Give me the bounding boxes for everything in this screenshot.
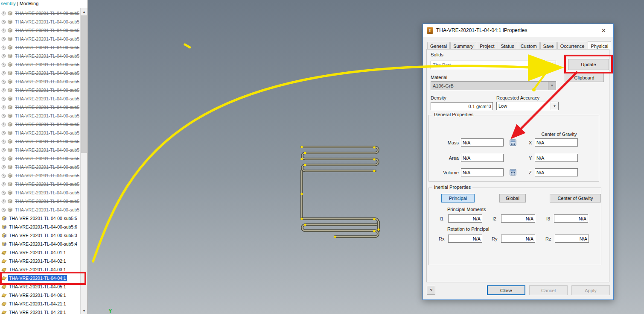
center-of-gravity-button[interactable]: Center of Gravity xyxy=(550,194,601,202)
cancel-button[interactable]: Cancel xyxy=(529,285,568,295)
assembly-box-icon xyxy=(7,156,13,161)
tree-row[interactable]: THA-VRE-20201-TL-04-00-sub5:3 xyxy=(0,231,80,240)
tree-row[interactable]: THA-VRE-20201-TL-04-00-sub5 xyxy=(0,26,80,35)
dialog-tab[interactable]: Summary xyxy=(450,42,476,50)
tree-row[interactable]: THA-VRE-20201-TL-04-00-sub5 xyxy=(0,18,80,26)
chevron-down-icon[interactable]: ▼ xyxy=(548,61,556,69)
tree-item-label: THA-VRE-20201-TL-04-00-sub5 xyxy=(14,190,80,196)
global-button[interactable]: Global xyxy=(499,194,526,202)
area-label: Area xyxy=(437,156,459,161)
area-input[interactable] xyxy=(461,154,504,162)
tree-row[interactable]: THA-VRE-20201-TL-04-00-sub5 xyxy=(0,180,80,188)
scroll-down-icon[interactable]: ▼ xyxy=(81,307,87,314)
tree-row[interactable]: THA-VRE-20201-TL-04-00-sub5 xyxy=(0,129,80,137)
tree-row[interactable]: THA-VRE-20201-TL-04-04:1 xyxy=(0,274,80,282)
i1-input[interactable] xyxy=(448,214,482,223)
tree-row[interactable]: THA-VRE-20201-TL-04-00-sub5 xyxy=(0,35,80,43)
tree-row[interactable]: THA-VRE-20201-TL-04-20:1 xyxy=(0,308,80,314)
rx-input[interactable] xyxy=(448,235,482,243)
close-button[interactable]: Close xyxy=(487,285,525,295)
i2-input[interactable] xyxy=(501,214,535,223)
suppressed-clock-icon xyxy=(1,79,6,84)
material-combo[interactable]: A106-GrB ▼ xyxy=(431,81,556,90)
tree-row[interactable]: THA-VRE-20201-TL-04-05:1 xyxy=(0,282,80,291)
dialog-tab[interactable]: Custom xyxy=(518,42,540,50)
apply-button[interactable]: Apply xyxy=(571,285,610,295)
tree-row[interactable]: THA-VRE-20201-TL-04-00-sub5 xyxy=(0,205,80,214)
update-button[interactable]: Update xyxy=(568,59,609,70)
cog-x-input[interactable] xyxy=(535,138,578,147)
model-tree: THA-VRE-20201-TL-04-00-sub5 THA-VRE-2020… xyxy=(0,9,80,314)
tree-item-label: THA-VRE-20201-TL-04-00-sub5 xyxy=(14,130,80,136)
dialog-titlebar[interactable]: I THA-VRE-20201-TL-04-04:1 iProperties ✕ xyxy=(423,24,613,37)
calculator-icon[interactable] xyxy=(509,139,517,147)
tree-row[interactable]: THA-VRE-20201-TL-04-00-sub5:6 xyxy=(0,223,80,231)
dialog-tab[interactable]: Physical xyxy=(588,41,611,50)
tree-row[interactable]: THA-VRE-20201-TL-04-03:1 xyxy=(0,265,80,274)
general-properties-title: General Properties xyxy=(432,112,475,117)
clipboard-button[interactable]: Clipboard xyxy=(565,73,604,82)
suppressed-clock-icon xyxy=(1,45,6,50)
dialog-tab[interactable]: Project xyxy=(477,42,497,50)
tree-row[interactable]: THA-VRE-20201-TL-04-00-sub5 xyxy=(0,43,80,52)
assembly-box-icon xyxy=(7,164,13,170)
tree-row[interactable]: THA-VRE-20201-TL-04-00-sub5 xyxy=(0,94,80,103)
suppressed-clock-icon xyxy=(1,62,6,67)
volume-input[interactable] xyxy=(461,168,504,176)
scroll-up-icon[interactable]: ▲ xyxy=(81,8,87,15)
tree-row[interactable]: THA-VRE-20201-TL-04-00-sub5 xyxy=(0,146,80,154)
suppressed-clock-icon xyxy=(1,122,6,127)
ry-input[interactable] xyxy=(501,235,535,243)
assembly-box-icon xyxy=(7,207,13,212)
cog-y-input[interactable] xyxy=(535,154,578,162)
accuracy-combo[interactable]: Low ▼ xyxy=(496,102,559,110)
suppressed-clock-icon xyxy=(1,54,6,59)
tree-row[interactable]: THA-VRE-20201-TL-04-01:1 xyxy=(0,248,80,257)
mass-input[interactable] xyxy=(461,138,504,147)
ry-label: Ry xyxy=(492,236,497,241)
tab-assembly[interactable]: sembly xyxy=(1,1,16,6)
model-3d-tube-coil[interactable] xyxy=(294,143,389,256)
dialog-tab[interactable]: General xyxy=(427,42,450,50)
tree-part-group: THA-VRE-20201-TL-04-01:1 THA-VRE-20201-T… xyxy=(0,248,80,314)
tree-row[interactable]: THA-VRE-20201-TL-04-00-sub5 xyxy=(0,69,80,77)
tree-row[interactable]: THA-VRE-20201-TL-04-00-sub5 xyxy=(0,163,80,171)
tree-row[interactable]: THA-VRE-20201-TL-04-00-sub5 xyxy=(0,154,80,163)
chevron-down-icon[interactable]: ▼ xyxy=(551,102,558,110)
tree-row[interactable]: THA-VRE-20201-TL-04-00-sub5 xyxy=(0,197,80,205)
tab-modeling[interactable]: Modeling xyxy=(20,1,39,6)
dialog-tab[interactable]: Save xyxy=(540,42,557,50)
dialog-tab[interactable]: Occurrence xyxy=(557,42,588,50)
help-button[interactable]: ? xyxy=(427,286,435,295)
cog-z-input[interactable] xyxy=(535,168,578,176)
tree-row[interactable]: THA-VRE-20201-TL-04-00-sub5 xyxy=(0,188,80,197)
tree-row[interactable]: THA-VRE-20201-TL-04-06:1 xyxy=(0,291,80,299)
tree-row[interactable]: THA-VRE-20201-TL-04-00-sub5 xyxy=(0,9,80,18)
tree-item-label: THA-VRE-20201-TL-04-00-sub5:6 xyxy=(8,224,78,230)
tree-row[interactable]: THA-VRE-20201-TL-04-00-sub5 xyxy=(0,103,80,112)
dialog-tab[interactable]: Status xyxy=(498,42,517,50)
density-input[interactable] xyxy=(431,102,493,110)
tree-scrollbar[interactable]: ▲ ▼ xyxy=(80,8,87,314)
tree-row[interactable]: THA-VRE-20201-TL-04-00-sub5 xyxy=(0,60,80,69)
solids-combo[interactable]: The Part ▼ xyxy=(431,61,556,69)
tree-row[interactable]: THA-VRE-20201-TL-04-00-sub5:5 xyxy=(0,214,80,223)
assembly-box-icon xyxy=(7,36,13,41)
scrollbar-thumb[interactable] xyxy=(81,15,87,153)
tree-row[interactable]: THA-VRE-20201-TL-04-00-sub5 xyxy=(0,52,80,60)
suppressed-clock-icon xyxy=(1,20,6,24)
tree-row[interactable]: THA-VRE-20201-TL-04-00-sub5 xyxy=(0,86,80,94)
rz-input[interactable] xyxy=(555,235,589,243)
tree-row[interactable]: THA-VRE-20201-TL-04-00-sub5:4 xyxy=(0,240,80,248)
tree-row[interactable]: THA-VRE-20201-TL-04-00-sub5 xyxy=(0,120,80,129)
tree-row[interactable]: THA-VRE-20201-TL-04-00-sub5 xyxy=(0,112,80,120)
tree-row[interactable]: THA-VRE-20201-TL-04-21:1 xyxy=(0,299,80,308)
i3-input[interactable] xyxy=(554,214,588,223)
tree-row[interactable]: THA-VRE-20201-TL-04-02:1 xyxy=(0,257,80,265)
tree-row[interactable]: THA-VRE-20201-TL-04-00-sub5 xyxy=(0,171,80,180)
close-icon[interactable]: ✕ xyxy=(594,24,613,37)
tree-row[interactable]: THA-VRE-20201-TL-04-00-sub5 xyxy=(0,137,80,146)
principal-button[interactable]: Principal xyxy=(441,194,475,202)
calculator-icon[interactable] xyxy=(509,168,517,176)
tree-row[interactable]: THA-VRE-20201-TL-04-00-sub5 xyxy=(0,77,80,86)
